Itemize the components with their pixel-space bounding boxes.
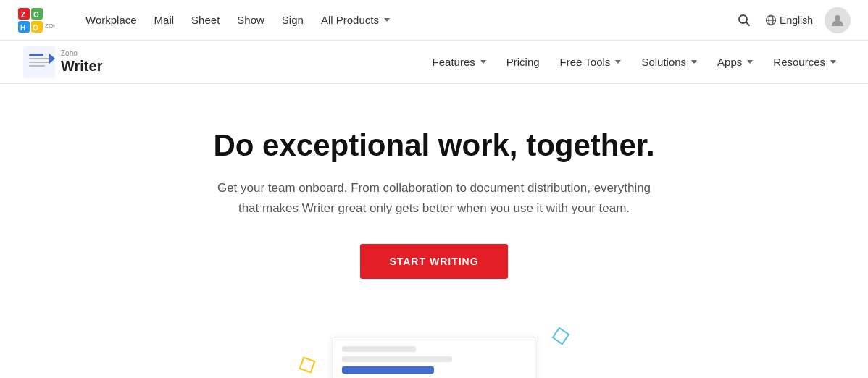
illustration-area	[0, 322, 868, 378]
solutions-chevron-icon	[691, 60, 697, 64]
svg-rect-16	[29, 54, 43, 56]
free-tools-chevron-icon	[615, 60, 621, 64]
search-button[interactable]	[735, 11, 754, 30]
zoho-label: Zoho	[61, 49, 102, 57]
apps-link[interactable]: Apps	[709, 50, 761, 74]
globe-icon	[765, 14, 777, 26]
search-icon	[738, 14, 751, 27]
svg-rect-17	[29, 58, 49, 59]
svg-text:ZOHO: ZOHO	[45, 22, 55, 29]
sign-link[interactable]: Sign	[275, 9, 311, 30]
features-chevron-icon	[480, 60, 486, 64]
top-nav: Z O H O ZOHO Workplace Mail Sheet Show S…	[0, 0, 868, 41]
workplace-link[interactable]: Workplace	[78, 9, 144, 30]
doc-line-2	[342, 356, 452, 362]
show-link[interactable]: Show	[230, 9, 272, 30]
apps-chevron-icon	[747, 60, 753, 64]
language-button[interactable]: English	[765, 14, 813, 26]
writer-logo[interactable]: Zoho Writer	[23, 46, 102, 78]
svg-text:Z: Z	[21, 11, 25, 19]
svg-rect-19	[29, 65, 45, 67]
top-nav-right: English	[735, 7, 851, 33]
deco-square-yellow	[299, 356, 315, 373]
svg-text:O: O	[33, 11, 39, 19]
all-products-button[interactable]: All Products	[314, 9, 397, 30]
sheet-link[interactable]: Sheet	[184, 9, 227, 30]
deco-square-teal	[551, 327, 569, 345]
start-writing-button[interactable]: START WRITING	[360, 244, 507, 279]
all-products-chevron-icon	[384, 18, 390, 22]
svg-text:H: H	[20, 24, 25, 32]
top-nav-links: Workplace Mail Sheet Show Sign All Produ…	[78, 9, 735, 30]
zoho-logo[interactable]: Z O H O ZOHO	[17, 7, 55, 33]
mail-link[interactable]: Mail	[147, 9, 182, 30]
svg-line-10	[746, 22, 750, 25]
resources-chevron-icon	[830, 60, 836, 64]
writer-label: Writer	[61, 57, 102, 75]
hero-title: Do exceptional work, together.	[213, 127, 654, 164]
svg-point-14	[835, 15, 840, 21]
doc-line-1	[342, 346, 416, 352]
resources-link[interactable]: Resources	[764, 50, 845, 74]
free-tools-link[interactable]: Free Tools	[551, 50, 630, 74]
pricing-link[interactable]: Pricing	[498, 50, 548, 74]
writer-logo-icon	[23, 46, 55, 78]
doc-highlight-bar	[342, 366, 434, 374]
svg-text:O: O	[33, 24, 38, 32]
document-preview	[333, 337, 535, 378]
hero-section: Do exceptional work, together. Get your …	[0, 84, 868, 308]
features-link[interactable]: Features	[424, 50, 495, 74]
svg-rect-18	[29, 62, 49, 63]
solutions-link[interactable]: Solutions	[633, 50, 706, 74]
hero-subtitle: Get your team onboard. From collaboratio…	[209, 178, 659, 217]
avatar-button[interactable]	[825, 7, 851, 33]
secondary-nav-links: Features Pricing Free Tools Solutions Ap…	[424, 50, 845, 74]
secondary-nav: Zoho Writer Features Pricing Free Tools …	[0, 41, 868, 84]
user-icon	[830, 13, 845, 28]
